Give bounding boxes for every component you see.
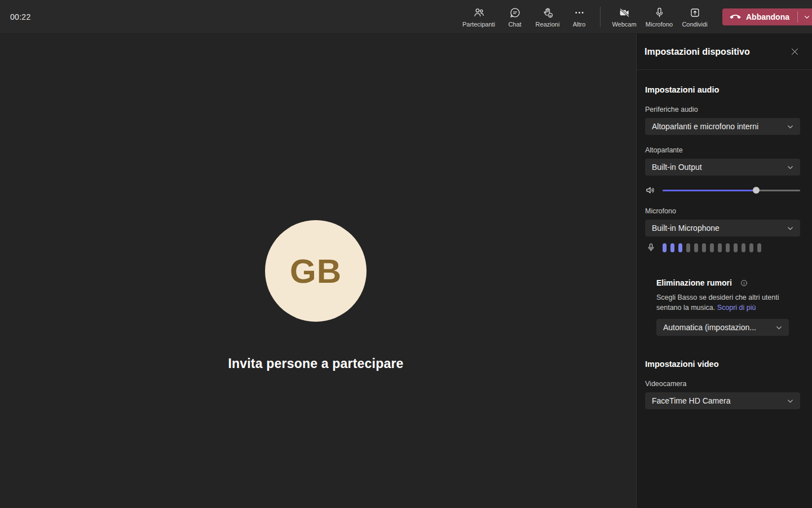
mic-icon — [646, 243, 656, 252]
close-panel-button[interactable] — [789, 46, 800, 58]
webcam-toggle-button[interactable]: Webcam — [606, 0, 642, 34]
audio-devices-label: Periferiche audio — [645, 106, 800, 113]
speaker-value: Built-in Output — [652, 163, 702, 172]
mic-level-bar — [678, 243, 682, 252]
chevron-down-icon — [787, 397, 794, 405]
topbar-controls: Partecipanti Chat Reazion — [458, 0, 812, 34]
mic-level-bar — [726, 243, 730, 252]
panel-body: Impostazioni audio Periferiche audio Alt… — [637, 85, 812, 409]
chevron-down-icon — [775, 324, 783, 331]
meeting-stage: GB Invita persone a partecipare — [0, 34, 636, 508]
participants-button[interactable]: Partecipanti — [458, 0, 500, 34]
mic-level-bar — [757, 243, 761, 252]
chat-label: Chat — [508, 21, 521, 28]
device-settings-panel: Impostazioni dispositivo Impostazioni au… — [636, 34, 812, 508]
leave-label: Abbandona — [746, 12, 789, 21]
share-screen-icon — [689, 7, 701, 19]
mic-level-bar — [710, 243, 714, 252]
more-label: Altro — [573, 21, 586, 28]
mic-level-bar — [686, 243, 690, 252]
mic-label: Microfono — [645, 207, 800, 215]
info-icon[interactable] — [740, 279, 748, 287]
camera-select[interactable]: FaceTime HD Camera — [645, 392, 800, 409]
leave-main-segment[interactable]: Abbandona — [722, 8, 797, 25]
share-button[interactable]: Condividi — [676, 0, 713, 34]
invite-text: Invita persone a partecipare — [0, 356, 632, 371]
people-icon — [473, 7, 485, 19]
speaker-icon — [645, 185, 656, 196]
noise-suppression-title: Eliminazione rumori — [656, 278, 732, 287]
mic-level-bar — [718, 243, 722, 252]
noise-suppression-description: Scegli Basso se desideri che altri utent… — [656, 292, 787, 313]
volume-slider-row — [645, 185, 800, 196]
mic-level-bar — [663, 243, 667, 252]
mic-level-bar — [742, 243, 745, 252]
mic-level-bar — [734, 243, 738, 252]
leave-options-button[interactable] — [798, 8, 812, 25]
mic-level-meter — [663, 243, 761, 252]
reactions-button[interactable]: Reazioni — [530, 0, 565, 34]
reactions-label: Reazioni — [536, 21, 560, 28]
mic-value: Built-in Microphone — [652, 224, 720, 233]
hangup-icon — [730, 11, 741, 23]
chat-icon — [509, 7, 521, 19]
webcam-label: Webcam — [612, 21, 636, 28]
more-button[interactable]: Altro — [565, 0, 593, 34]
mic-select[interactable]: Built-in Microphone — [645, 220, 800, 237]
meeting-timer: 00:22 — [10, 0, 31, 34]
chat-button[interactable]: Chat — [500, 0, 530, 34]
mic-level-row — [645, 243, 800, 252]
audio-devices-select[interactable]: Altoparlanti e microfono interni — [645, 118, 800, 135]
camera-label: Videocamera — [645, 380, 800, 388]
volume-slider-fill — [663, 190, 756, 191]
chevron-down-icon — [787, 164, 794, 171]
mic-level-bar — [702, 243, 706, 252]
noise-suppression-value: Automatica (impostazion... — [663, 323, 756, 332]
volume-slider[interactable] — [663, 187, 800, 194]
audio-devices-value: Altoparlanti e microfono interni — [652, 122, 758, 131]
noise-suppression-header: Eliminazione rumori — [656, 278, 800, 287]
ellipsis-icon — [573, 7, 585, 19]
mic-level-bar — [749, 243, 753, 252]
volume-slider-thumb[interactable] — [753, 187, 760, 194]
mic-level-bar — [670, 243, 674, 252]
learn-more-link[interactable]: Scopri di più — [717, 304, 756, 312]
noise-suppression-select[interactable]: Automatica (impostazion... — [656, 319, 789, 336]
mic-level-bar — [694, 243, 698, 252]
mic-icon — [654, 7, 665, 19]
speaker-select[interactable]: Built-in Output — [645, 159, 800, 176]
audio-section-title: Impostazioni audio — [645, 85, 800, 94]
chevron-down-icon — [787, 123, 794, 130]
share-label: Condividi — [682, 21, 707, 28]
microphone-label: Microfono — [646, 21, 673, 28]
participants-label: Partecipanti — [462, 21, 495, 28]
leave-button[interactable]: Abbandona — [722, 8, 812, 25]
close-icon — [790, 47, 800, 56]
topbar-divider — [600, 7, 601, 27]
chevron-down-icon — [803, 13, 811, 21]
avatar: GB — [265, 220, 367, 322]
panel-header: Impostazioni dispositivo — [637, 34, 812, 70]
camera-value: FaceTime HD Camera — [652, 396, 731, 405]
panel-title: Impostazioni dispositivo — [645, 47, 750, 57]
microphone-toggle-button[interactable]: Microfono — [642, 0, 676, 34]
video-section-title: Impostazioni video — [645, 360, 800, 369]
camera-off-icon — [619, 7, 630, 19]
noise-suppression-block: Eliminazione rumori Scegli Basso se desi… — [645, 278, 800, 336]
meeting-topbar: 00:22 Partecipanti Chat — [0, 0, 812, 34]
speaker-label: Altoparlante — [645, 146, 800, 154]
chevron-down-icon — [787, 225, 794, 232]
reaction-hand-icon — [542, 7, 554, 19]
avatar-initials: GB — [290, 252, 342, 291]
